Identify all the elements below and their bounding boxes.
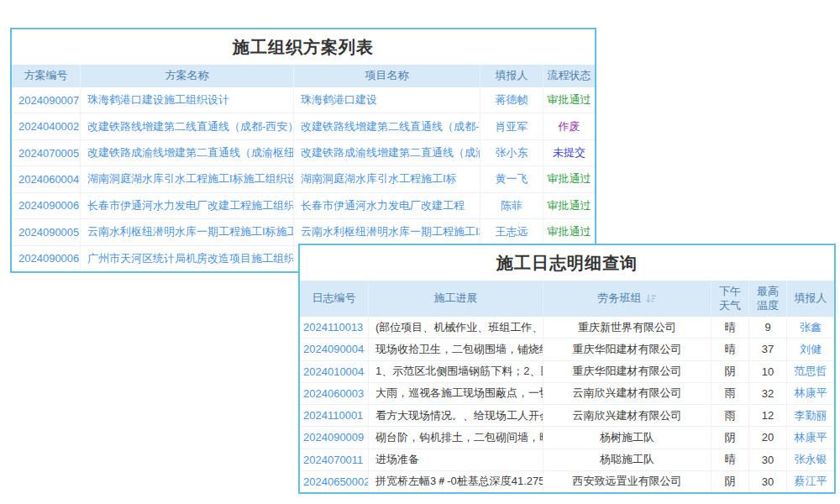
plan-name-link[interactable]: 珠海鹤港口建设施工组织设计 — [81, 87, 294, 113]
reporter-link[interactable]: 陈菲 — [480, 193, 543, 218]
column-header-plan-name: 方案名称 — [81, 65, 294, 87]
table-row[interactable]: 2024110001 看方大现场情况。、给现场工人开会，整... 云南欣兴建材有… — [300, 405, 834, 427]
project-name-link[interactable]: 长春市伊通河水力发电厂改建工程 — [294, 193, 480, 218]
table-row[interactable]: 2024090004 现场收拾卫生，二包砌围墙，铺烧结砖，... 重庆华阳建材有… — [300, 339, 834, 360]
reporter-link[interactable]: 王志远 — [480, 219, 543, 244]
reporter-link[interactable]: 蒋德帧 — [480, 87, 543, 113]
reporter-link[interactable]: 黄一飞 — [480, 166, 543, 192]
log-id-link[interactable]: 2024010004 — [300, 361, 369, 382]
plan-panel-title: 施工组织方案列表 — [12, 29, 595, 65]
plan-id-link[interactable]: 2024090005 — [12, 219, 81, 244]
column-header-team[interactable]: 劳务班组 — [543, 281, 711, 317]
log-table-header: 日志编号 施工进展 劳务班组 下午天气 最高温度 填报人 — [300, 281, 834, 317]
weather-value: 雨 — [711, 405, 749, 426]
log-id-link[interactable]: 2024110013 — [300, 317, 369, 338]
progress-text: (部位项目、机械作业、班组工作、生产... — [369, 317, 543, 338]
plan-name-link[interactable]: 湖南洞庭湖水库引水工程施工I标施工组织设计 — [81, 166, 294, 192]
table-row[interactable]: 2024090009 砌台阶，钩机排土，二包砌间墙，晚间加... 杨树施工队 阴… — [300, 427, 834, 449]
project-name-link[interactable]: 改建铁路成渝线增建第二直通线（成渝枢... — [294, 140, 480, 165]
temp-value: 30 — [749, 471, 787, 492]
log-id-link[interactable]: 2024090009 — [300, 427, 369, 448]
project-name-link[interactable]: 云南水利枢纽潜明水库一期工程施工I标 — [294, 219, 480, 244]
log-id-link[interactable]: 2024060003 — [300, 383, 369, 404]
team-name: 重庆华阳建材有限公司 — [543, 339, 711, 360]
column-header-status: 流程状态 — [543, 65, 595, 87]
team-name: 云南欣兴建材有限公司 — [543, 383, 711, 404]
project-name-link[interactable]: 珠海鹤港口建设 — [294, 87, 480, 113]
log-id-link[interactable]: 2024070011 — [300, 449, 369, 470]
progress-text: 拼宽桥左幅3＃-0桩基总深度41.275.今日进... — [369, 471, 543, 492]
table-row[interactable]: 20240650002 拼宽桥左幅3＃-0桩基总深度41.275.今日进... … — [300, 471, 834, 492]
plan-name-link[interactable]: 改建铁路线增建第二线直通线（成都-西安）... — [81, 113, 294, 139]
weather-value: 晴 — [711, 317, 749, 338]
log-panel-title: 施工日志明细查询 — [300, 245, 834, 281]
temp-value: 12 — [749, 405, 787, 426]
team-name: 杨树施工队 — [543, 427, 711, 448]
reporter-link[interactable]: 张小东 — [480, 140, 543, 165]
temp-value: 9 — [749, 317, 787, 338]
project-name-link[interactable]: 改建铁路线增建第二线直通线（成都-西安... — [294, 113, 480, 139]
team-name: 云南欣兴建材有限公司 — [543, 405, 711, 426]
reporter-link[interactable]: 林康平 — [787, 427, 834, 448]
column-header-plan-id: 方案编号 — [12, 65, 81, 87]
status-badge: 作废 — [543, 113, 595, 139]
plan-id-link[interactable]: 2024090006 — [12, 193, 81, 218]
plan-id-link[interactable]: 2024090007 — [12, 87, 81, 113]
log-id-link[interactable]: 2024090004 — [300, 339, 369, 360]
table-row[interactable]: 2024070011 进场准备 杨聪施工队 晴 30 张永银 — [300, 449, 834, 471]
status-badge: 审批通过 — [543, 193, 595, 218]
table-row[interactable]: 2024090007 珠海鹤港口建设施工组织设计 珠海鹤港口建设 蒋德帧 审批通… — [12, 87, 595, 113]
plan-id-link[interactable]: 2024060004 — [12, 166, 81, 192]
reporter-link[interactable]: 李勤丽 — [787, 405, 834, 426]
table-row[interactable]: 2024090006 长春市伊通河水力发电厂改建工程施工组织设计 长春市伊通河水… — [12, 193, 595, 219]
progress-text: 砌台阶，钩机排土，二包砌间墙，晚间加... — [369, 427, 543, 448]
temp-value: 37 — [749, 339, 787, 360]
reporter-link[interactable]: 张永银 — [787, 449, 834, 470]
status-badge: 审批通过 — [543, 219, 595, 244]
reporter-link[interactable]: 范思哲 — [787, 361, 834, 382]
weather-value: 阴 — [711, 361, 749, 382]
plan-id-link[interactable]: 2024070005 — [12, 140, 81, 165]
team-name: 重庆新世界有限公司 — [543, 317, 711, 338]
weather-value: 阴 — [711, 471, 749, 492]
column-header-log-id: 日志编号 — [300, 281, 369, 317]
plan-name-link[interactable]: 广州市天河区统计局机房改造项目施工组织设计 — [81, 246, 294, 271]
weather-value: 晴 — [711, 339, 749, 360]
plan-id-link[interactable]: 2024040002 — [12, 113, 81, 139]
table-row[interactable]: 2024060004 湖南洞庭湖水库引水工程施工I标施工组织设计 湖南洞庭湖水库… — [12, 166, 595, 192]
progress-text: 现场收拾卫生，二包砌围墙，铺烧结砖，... — [369, 339, 543, 360]
table-row[interactable]: 2024060003 大雨，巡视各施工现场围蔽点，一切正常... 云南欣兴建材有… — [300, 383, 834, 405]
reporter-link[interactable]: 林康平 — [787, 383, 834, 404]
log-table-body: 2024110013 (部位项目、机械作业、班组工作、生产... 重庆新世界有限… — [300, 317, 834, 492]
table-row[interactable]: 2024090005 云南水利枢纽潜明水库一期工程施工I标施工组... 云南水利… — [12, 219, 595, 245]
sort-icon[interactable] — [646, 293, 657, 304]
weather-value: 晴 — [711, 449, 749, 470]
column-header-team-label: 劳务班组 — [598, 291, 642, 305]
team-name: 重庆华阳建材有限公司 — [543, 361, 711, 382]
table-row[interactable]: 2024040002 改建铁路线增建第二线直通线（成都-西安）... 改建铁路线… — [12, 113, 595, 139]
table-row[interactable]: 2024010004 1、示范区北侧围墙钢筋下料；2、围墙地... 重庆华阳建材… — [300, 361, 834, 383]
reporter-link[interactable]: 蔡江平 — [787, 471, 834, 492]
plan-name-link[interactable]: 改建铁路成渝线增建第二直通线（成渝枢纽）... — [81, 140, 294, 165]
status-badge: 审批通过 — [543, 166, 595, 192]
team-name: 西安致远置业有限公司 — [543, 471, 711, 492]
log-id-link[interactable]: 2024110001 — [300, 405, 369, 426]
plan-name-link[interactable]: 长春市伊通河水力发电厂改建工程施工组织设计 — [81, 193, 294, 218]
reporter-link[interactable]: 刘健 — [787, 339, 834, 360]
plan-name-link[interactable]: 云南水利枢纽潜明水库一期工程施工I标施工组... — [81, 219, 294, 244]
table-row[interactable]: 2024070005 改建铁路成渝线增建第二直通线（成渝枢纽）... 改建铁路成… — [12, 140, 595, 166]
column-header-temp: 最高温度 — [749, 281, 787, 317]
reporter-link[interactable]: 张鑫 — [787, 317, 834, 338]
plan-id-link[interactable]: 2024090006 — [12, 246, 81, 271]
team-name: 杨聪施工队 — [543, 449, 711, 470]
log-id-link[interactable]: 20240650002 — [300, 471, 369, 492]
reporter-link[interactable]: 肖亚军 — [480, 113, 543, 139]
plan-table-header: 方案编号 方案名称 项目名称 填报人 流程状态 — [12, 65, 595, 87]
project-name-link[interactable]: 湖南洞庭湖水库引水工程施工I标 — [294, 166, 480, 192]
table-row[interactable]: 2024110013 (部位项目、机械作业、班组工作、生产... 重庆新世界有限… — [300, 317, 834, 339]
weather-value: 雨 — [711, 383, 749, 404]
column-header-project-name: 项目名称 — [294, 65, 480, 87]
status-badge: 审批通过 — [543, 87, 595, 113]
temp-value: 10 — [749, 361, 787, 382]
column-header-weather: 下午天气 — [711, 281, 749, 317]
